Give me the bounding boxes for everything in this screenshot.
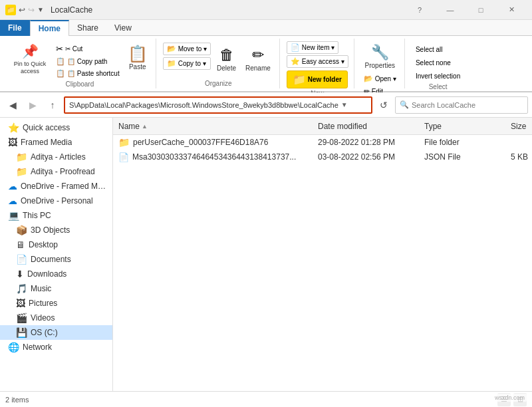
- network-icon: 🌐: [8, 342, 19, 352]
- col-header-date[interactable]: Date modified: [313, 122, 419, 131]
- ribbon-group-select: Select all Select none Invert selection …: [406, 39, 469, 88]
- open-button[interactable]: 📂 Open ▾: [361, 73, 399, 84]
- main-content: ⭐ Quick access 🖼 Framed Media 📁 Aditya -…: [0, 118, 532, 391]
- address-text: S\AppData\Local\Packages\Microsoft.Windo…: [69, 101, 338, 109]
- delete-button[interactable]: 🗑 Delete: [213, 44, 239, 74]
- file-date-row1: 29-08-2022 01:28 PM: [313, 138, 419, 147]
- properties-button[interactable]: 🔧 Properties: [362, 41, 399, 72]
- sidebar-item-os-c[interactable]: 💾 OS (C:): [0, 325, 112, 340]
- select-all-button[interactable]: Select all: [412, 44, 447, 55]
- file-header: Name ▲ Date modified Type Size: [113, 118, 532, 135]
- up-button[interactable]: ↑: [44, 96, 61, 114]
- quick-access-icon: ⭐: [8, 122, 19, 133]
- file-name-row1: perUserCache_000037FFE46D18A76: [133, 138, 268, 147]
- sidebar-item-documents[interactable]: 📄 Documents: [0, 252, 112, 267]
- nav-bar: ◀ ▶ ↑ S\AppData\Local\Packages\Microsoft…: [0, 92, 532, 118]
- sidebar-item-quick-access[interactable]: ⭐ Quick access: [0, 120, 112, 135]
- framed-media-icon: 🖼: [8, 137, 17, 148]
- quick-access-dropdown[interactable]: ▼: [37, 6, 44, 13]
- easy-access-button[interactable]: ⭐ Easy access ▾: [287, 55, 348, 68]
- sidebar-item-videos[interactable]: 🎬 Videos: [0, 311, 112, 325]
- file-date-row2: 03-08-2022 02:56 PM: [313, 152, 419, 162]
- sidebar-item-downloads[interactable]: ⬇ Downloads: [0, 267, 112, 281]
- tab-share[interactable]: Share: [69, 20, 106, 35]
- downloads-icon: ⬇: [16, 269, 24, 279]
- search-input[interactable]: [412, 101, 523, 109]
- os-c-icon: 💾: [16, 327, 27, 338]
- ribbon-group-clipboard: 📌 Pin to Quick access ✂ ✂ Cut 📋 📋 Copy p…: [4, 39, 156, 88]
- col-header-type[interactable]: Type: [419, 122, 505, 131]
- ribbon-tabs: File Home Share View: [0, 20, 532, 36]
- tab-home[interactable]: Home: [30, 20, 69, 36]
- sidebar-item-aditya-proofread[interactable]: 📁 Aditya - Proofread: [0, 164, 112, 179]
- title-bar: 📁 ↩ ↪ ▼ LocalCache ? — □ ✕: [0, 0, 532, 20]
- sidebar-item-network[interactable]: 🌐 Network: [0, 340, 112, 354]
- select-none-button[interactable]: Select none: [412, 57, 455, 68]
- new-folder-button[interactable]: 📁 New folder: [287, 70, 348, 88]
- sort-arrow-name: ▲: [142, 123, 148, 130]
- ribbon-group-organize: 📂 Move to ▾ 📁 Copy to ▾ 🗑 Delete: [158, 39, 280, 88]
- this-pc-icon: 💻: [8, 210, 19, 221]
- items-count: 2 items: [5, 396, 29, 404]
- paste-button[interactable]: 📋 Paste: [125, 43, 150, 73]
- file-size-row2: 5 KB: [505, 152, 532, 162]
- close-button[interactable]: ✕: [496, 0, 527, 20]
- search-icon: 🔍: [400, 100, 409, 109]
- table-row[interactable]: 📄 Msa30303033374646453436443138413737...…: [113, 150, 532, 164]
- invert-selection-button[interactable]: Invert selection: [412, 70, 464, 82]
- search-box: 🔍: [395, 96, 528, 114]
- table-row[interactable]: 📁 perUserCache_000037FFE46D18A76 29-08-2…: [113, 135, 532, 150]
- sidebar-item-this-pc[interactable]: 💻 This PC: [0, 208, 112, 223]
- quick-access-undo[interactable]: ↩: [19, 5, 25, 15]
- file-icon-row2: 📄: [118, 152, 129, 162]
- col-header-size[interactable]: Size: [505, 122, 532, 131]
- file-name-row2: Msa30303033374646453436443138413737...: [132, 152, 296, 162]
- minimize-button[interactable]: —: [435, 0, 466, 20]
- copy-path-button[interactable]: 📋 📋 Copy path: [53, 56, 122, 67]
- sidebar-item-music[interactable]: 🎵 Music: [0, 281, 112, 296]
- maximize-button[interactable]: □: [466, 0, 496, 20]
- refresh-button[interactable]: ↺: [375, 96, 392, 114]
- documents-icon: 📄: [16, 254, 27, 265]
- sidebar-item-pictures[interactable]: 🖼 Pictures: [0, 296, 112, 311]
- sidebar-item-desktop[interactable]: 🖥 Desktop: [0, 237, 112, 252]
- paste-shortcut-button[interactable]: 📋 📋 Paste shortcut: [53, 68, 122, 79]
- copy-to-button[interactable]: 📁 Copy to ▾: [163, 57, 211, 70]
- address-bar[interactable]: S\AppData\Local\Packages\Microsoft.Windo…: [64, 96, 372, 114]
- ribbon-group-open: 🔧 Properties 📂 Open ▾ ✏ Edit 🕐 History: [356, 39, 405, 88]
- file-type-row2: JSON File: [419, 152, 505, 162]
- aditya-articles-icon: 📁: [16, 152, 27, 162]
- file-type-row1: File folder: [419, 138, 505, 147]
- sidebar-item-aditya-articles[interactable]: 📁 Aditya - Articles: [0, 150, 112, 164]
- sidebar: ⭐ Quick access 🖼 Framed Media 📁 Aditya -…: [0, 118, 113, 391]
- move-to-button[interactable]: 📂 Move to ▾: [163, 43, 211, 55]
- desktop-icon: 🖥: [16, 239, 25, 250]
- ribbon-content: 📌 Pin to Quick access ✂ ✂ Cut 📋 📋 Copy p…: [0, 36, 532, 92]
- aditya-proofread-icon: 📁: [16, 166, 27, 177]
- file-list: 📁 perUserCache_000037FFE46D18A76 29-08-2…: [113, 135, 532, 391]
- sidebar-item-onedrive-framed[interactable]: ☁ OneDrive - Framed Media: [0, 179, 112, 194]
- forward-button[interactable]: ▶: [24, 96, 41, 114]
- tab-file[interactable]: File: [0, 20, 30, 36]
- rename-button[interactable]: ✏ Rename: [242, 44, 274, 74]
- pin-to-quick-access-button[interactable]: 📌 Pin to Quick access: [9, 40, 51, 77]
- cut-button[interactable]: ✂ ✂ Cut: [53, 43, 122, 55]
- help-button[interactable]: ?: [404, 0, 435, 20]
- sidebar-item-onedrive-personal[interactable]: ☁ OneDrive - Personal: [0, 194, 112, 208]
- sidebar-item-3d-objects[interactable]: 📦 3D Objects: [0, 223, 112, 237]
- sidebar-item-framed-media[interactable]: 🖼 Framed Media: [0, 135, 112, 150]
- 3d-objects-icon: 📦: [16, 225, 27, 235]
- tab-view[interactable]: View: [106, 20, 140, 35]
- quick-access-redo[interactable]: ↪: [28, 5, 35, 15]
- onedrive-personal-icon: ☁: [8, 196, 17, 206]
- status-bar: 2 items ☰ ⊞: [0, 391, 532, 407]
- file-area: Name ▲ Date modified Type Size 📁 perUser…: [113, 118, 532, 391]
- new-item-button[interactable]: 📄 New item ▾: [287, 41, 338, 54]
- title-icon: 📁: [5, 5, 16, 15]
- folder-icon-row1: 📁: [118, 137, 130, 148]
- pictures-icon: 🖼: [16, 298, 25, 309]
- col-header-name[interactable]: Name ▲: [113, 122, 313, 131]
- ribbon-group-new: 📄 New item ▾ ⭐ Easy access ▾ 📁 New folde…: [281, 39, 354, 88]
- videos-icon: 🎬: [16, 313, 27, 323]
- back-button[interactable]: ◀: [4, 96, 21, 114]
